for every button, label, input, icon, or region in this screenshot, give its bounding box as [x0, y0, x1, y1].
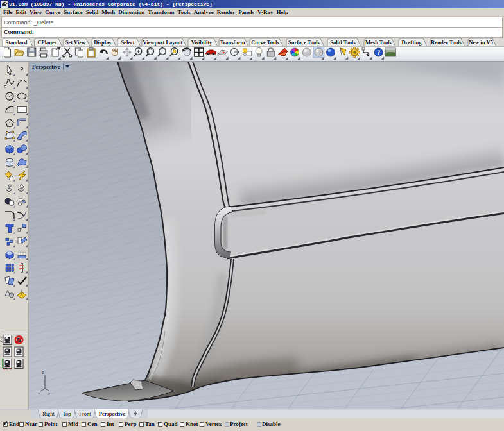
- svg-text:z: z: [42, 370, 44, 375]
- svg-text:Mesh Tools: Mesh Tools: [365, 39, 392, 46]
- svg-text:Set View: Set View: [65, 39, 86, 46]
- svg-text:Render Tools: Render Tools: [431, 39, 462, 46]
- svg-text:x: x: [38, 391, 40, 395]
- svg-text:Perspective: Perspective: [32, 63, 60, 70]
- svg-text:Perspective: Perspective: [99, 410, 126, 417]
- svg-text:Drafting: Drafting: [401, 39, 422, 46]
- svg-text:Display: Display: [94, 39, 112, 46]
- svg-text:?: ?: [377, 49, 380, 56]
- svg-text:Viewport Layout: Viewport Layout: [143, 39, 183, 46]
- svg-text:Solid Tools: Solid Tools: [330, 39, 356, 46]
- svg-text:Top: Top: [62, 410, 71, 417]
- svg-text:y: y: [48, 391, 50, 395]
- svg-text:Visibility: Visibility: [191, 39, 213, 46]
- svg-text:Front: Front: [79, 410, 91, 417]
- svg-text:Surface Tools: Surface Tools: [288, 39, 320, 46]
- svg-text:CPlanes: CPlanes: [37, 39, 56, 46]
- svg-text:Curve Tools: Curve Tools: [251, 39, 279, 46]
- svg-text:New in V5: New in V5: [469, 39, 493, 46]
- svg-text:Standard: Standard: [5, 39, 27, 46]
- svg-text:Transform: Transform: [220, 39, 245, 46]
- svg-text:Select: Select: [121, 39, 134, 46]
- svg-text:Right: Right: [42, 410, 55, 417]
